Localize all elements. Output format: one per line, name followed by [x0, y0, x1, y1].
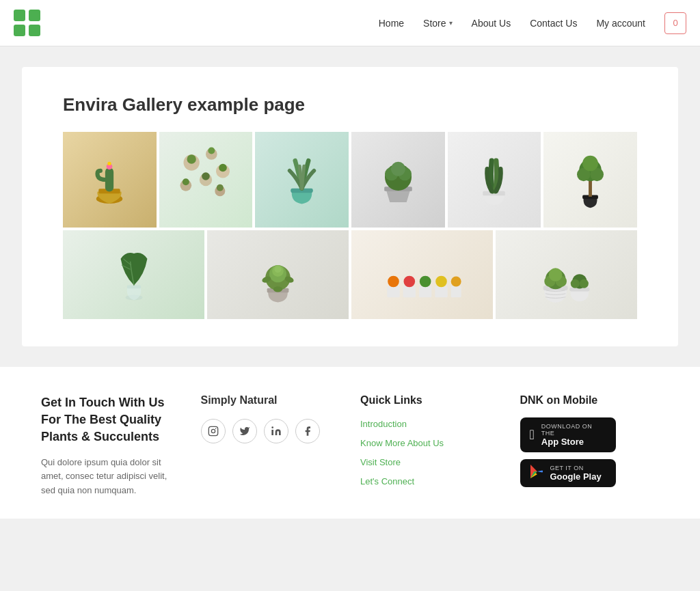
- app-buttons:  Download on the App Store: [520, 417, 660, 487]
- cart-button[interactable]: 0: [664, 12, 686, 34]
- svg-point-58: [570, 279, 579, 288]
- google-play-name: Google Play: [550, 471, 602, 482]
- nav-about[interactable]: About Us: [472, 18, 511, 29]
- gallery-item[interactable]: [351, 230, 493, 319]
- link-about[interactable]: Know More About Us: [360, 438, 444, 448]
- gallery-title: Envira Gallery example page: [63, 94, 637, 115]
- footer-inner: Get In Touch With Us For The Best Qualit…: [41, 394, 659, 498]
- svg-rect-41: [387, 286, 399, 298]
- app-store-sub: Download on the: [541, 423, 606, 437]
- nav-store[interactable]: Store ▾: [423, 18, 452, 29]
- main-nav: Home Store ▾ About Us Contact Us My acco…: [379, 12, 686, 34]
- gallery-item[interactable]: [448, 132, 541, 228]
- google-play-button[interactable]: GET IT ON Google Play: [520, 459, 616, 487]
- gallery-item[interactable]: [543, 132, 637, 228]
- social-icons: [201, 419, 340, 443]
- gallery-item[interactable]: [351, 132, 445, 228]
- svg-point-49: [435, 276, 447, 288]
- gallery-card: Envira Gallery example page: [22, 67, 678, 346]
- nav-contact[interactable]: Contact Us: [530, 18, 577, 29]
- footer-description: Qui dolore ipsum quia dolor sit amet, co…: [41, 456, 180, 498]
- footer-col-mobile: DNK on Mobile  Download on the App Stor…: [520, 394, 660, 498]
- nav-store-label: Store: [423, 18, 446, 29]
- gallery-item[interactable]: [255, 132, 349, 228]
- svg-point-12: [208, 148, 215, 154]
- footer-col-brand: Simply Natural: [201, 394, 340, 498]
- svg-point-46: [388, 276, 399, 288]
- list-item: Let's Connect: [360, 475, 500, 487]
- svg-point-13: [219, 164, 227, 172]
- svg-point-4: [108, 162, 111, 165]
- list-item: Visit Store: [360, 456, 500, 468]
- gallery-grid-bottom: [63, 230, 637, 319]
- svg-point-56: [548, 268, 562, 281]
- svg-rect-32: [126, 286, 140, 289]
- svg-point-50: [450, 277, 461, 287]
- svg-point-16: [217, 184, 224, 191]
- gallery-item[interactable]: [207, 230, 349, 319]
- list-item: Know More About Us: [360, 437, 500, 449]
- footer-tagline: Get In Touch With Us For The Best Qualit…: [41, 394, 180, 446]
- link-connect[interactable]: Let's Connect: [360, 476, 414, 486]
- list-item: Introduction: [360, 417, 500, 430]
- quick-links-list: Introduction Know More About Us Visit St…: [360, 417, 500, 487]
- svg-point-61: [211, 429, 215, 432]
- facebook-icon[interactable]: [295, 419, 320, 443]
- mobile-title: DNK on Mobile: [520, 394, 660, 407]
- svg-rect-60: [208, 426, 217, 435]
- chevron-down-icon: ▾: [449, 19, 453, 27]
- linkedin-icon[interactable]: [264, 419, 288, 443]
- svg-point-23: [391, 161, 405, 176]
- logo[interactable]: [14, 10, 41, 37]
- svg-rect-45: [450, 286, 461, 298]
- footer-brand-name: Simply Natural: [201, 394, 340, 407]
- gallery-item[interactable]: [159, 132, 253, 228]
- link-introduction[interactable]: Introduction: [360, 419, 407, 429]
- svg-marker-18: [386, 189, 410, 202]
- nav-account[interactable]: My account: [596, 18, 645, 29]
- gallery-item[interactable]: [63, 230, 204, 319]
- svg-point-30: [582, 155, 598, 171]
- footer-col-tagline: Get In Touch With Us For The Best Qualit…: [41, 394, 180, 498]
- svg-rect-44: [435, 286, 447, 298]
- svg-point-47: [403, 276, 415, 288]
- gallery-item[interactable]: [63, 132, 157, 228]
- apple-icon: : [530, 427, 535, 443]
- twitter-icon[interactable]: [232, 419, 257, 443]
- gallery-item[interactable]: [496, 230, 637, 319]
- app-store-button[interactable]:  Download on the App Store: [520, 417, 616, 452]
- svg-point-59: [579, 279, 588, 288]
- header: Home Store ▾ About Us Contact Us My acco…: [0, 0, 700, 46]
- svg-point-63: [271, 426, 273, 428]
- gallery-grid-top: [63, 132, 637, 228]
- svg-point-62: [215, 428, 216, 430]
- footer: Get In Touch With Us For The Best Qualit…: [0, 367, 700, 519]
- svg-rect-42: [403, 286, 415, 298]
- google-play-icon: [530, 465, 543, 482]
- google-play-sub: GET IT ON: [550, 465, 602, 471]
- logo-square-2: [29, 10, 40, 21]
- main-content: Envira Gallery example page: [0, 46, 700, 367]
- app-store-name: App Store: [541, 437, 606, 447]
- logo-square-3: [14, 25, 25, 36]
- logo-square-1: [14, 10, 25, 21]
- svg-point-15: [202, 172, 210, 180]
- svg-point-48: [419, 276, 431, 288]
- svg-rect-43: [419, 286, 431, 298]
- quick-links-title: Quick Links: [360, 394, 500, 407]
- link-store[interactable]: Visit Store: [360, 457, 401, 467]
- logo-square-4: [29, 25, 40, 36]
- svg-point-37: [275, 266, 282, 273]
- svg-point-14: [183, 178, 189, 185]
- svg-point-40: [273, 286, 282, 292]
- svg-point-11: [187, 154, 196, 163]
- nav-home[interactable]: Home: [379, 18, 404, 29]
- app-store-text: Download on the App Store: [541, 423, 606, 447]
- google-play-text: GET IT ON Google Play: [550, 465, 602, 482]
- instagram-icon[interactable]: [201, 419, 226, 443]
- footer-col-links: Quick Links Introduction Know More About…: [360, 394, 500, 498]
